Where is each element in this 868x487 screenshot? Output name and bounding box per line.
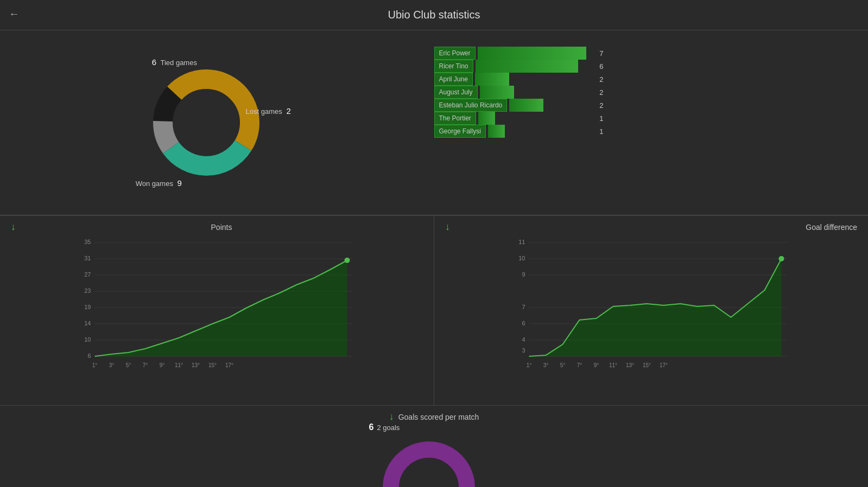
scorer-count: 2 (593, 88, 604, 97)
goals-per-match-chart: 6 2 goals 3 goals 1 (11, 428, 857, 487)
scorer-name-button[interactable]: Esteban Julio Ricardo (434, 99, 508, 112)
svg-text:10: 10 (84, 336, 91, 343)
scorer-bar (478, 112, 495, 125)
svg-text:11°: 11° (609, 362, 617, 368)
scorer-bar-container: Esteban Julio Ricardo (434, 99, 586, 112)
points-chart-title: Points (20, 223, 423, 232)
scorer-name-button[interactable]: April June (434, 73, 473, 86)
svg-text:6: 6 (522, 320, 525, 326)
goals-per-match-title-row: ↓ Goals scored per match (11, 411, 857, 422)
svg-text:23: 23 (84, 287, 91, 294)
svg-text:17°: 17° (660, 362, 668, 368)
svg-text:3°: 3° (543, 362, 549, 368)
svg-text:6: 6 (87, 353, 91, 359)
points-down-arrow[interactable]: ↓ (11, 221, 16, 233)
svg-text:31: 31 (84, 255, 91, 261)
charts-section: ↓ Points 35 31 27 23 19 14 10 6 (0, 215, 868, 405)
svg-point-47 (779, 256, 784, 261)
scorer-count: 1 (593, 127, 604, 136)
goal-diff-chart-svg: 11 10 9 7 6 4 3 1° (445, 236, 857, 377)
page-title: Ubio Club statistics (388, 9, 480, 21)
svg-text:9: 9 (522, 271, 525, 278)
svg-text:13°: 13° (626, 362, 634, 368)
goal-diff-chart-title: Goal difference (658, 223, 857, 232)
svg-text:7: 7 (522, 304, 525, 310)
scorer-name-button[interactable]: George Fallysi (434, 125, 486, 138)
scorer-bar (488, 125, 505, 138)
svg-text:3°: 3° (109, 362, 115, 368)
svg-text:14: 14 (84, 320, 91, 326)
scorer-count: 1 (593, 114, 604, 123)
svg-text:15°: 15° (208, 362, 217, 368)
svg-point-4 (174, 90, 239, 155)
top-section: 6 Tied games Lost games 2 Won games 9 (0, 30, 868, 215)
goal-diff-down-arrow[interactable]: ↓ (445, 221, 450, 233)
svg-text:5°: 5° (126, 362, 131, 368)
svg-text:17°: 17° (225, 362, 233, 368)
goal-diff-chart-area: 11 10 9 7 6 4 3 1° (445, 236, 857, 377)
scorer-bar-container: The Portier (434, 112, 586, 125)
2goals-label: 6 2 goals (369, 422, 400, 432)
scorer-bar (478, 47, 586, 60)
scorer-name-button[interactable]: Ricer Tino (434, 60, 473, 73)
svg-text:1°: 1° (527, 362, 532, 368)
donut-chart (152, 68, 261, 177)
scorer-bar-container: August July (434, 86, 586, 99)
goals-per-match-down-arrow[interactable]: ↓ (389, 411, 394, 422)
scorer-bar (476, 60, 578, 73)
points-chart-panel: ↓ Points 35 31 27 23 19 14 10 6 (0, 216, 434, 405)
points-chart-title-row: ↓ Points (11, 221, 423, 233)
lost-label: Lost games 2 (246, 106, 293, 116)
donut-section: 6 Tied games Lost games 2 Won games 9 (0, 30, 413, 215)
scorer-count: 2 (593, 75, 604, 84)
svg-marker-21 (95, 260, 347, 356)
svg-text:10: 10 (518, 255, 525, 261)
back-button[interactable]: ← (9, 8, 20, 20)
goal-diff-chart-panel: ↓ Goal difference 11 10 9 7 6 4 3 (434, 216, 868, 405)
scorer-name-button[interactable]: The Portier (434, 112, 476, 125)
scorer-row: August July 2 (434, 86, 847, 99)
bottom-section: ↓ Goals scored per match 6 2 goals 3 goa… (0, 405, 868, 487)
scorer-bar (509, 99, 543, 112)
points-chart-area: 35 31 27 23 19 14 10 6 (11, 236, 423, 377)
scorer-bar-container: Eric Power (434, 47, 586, 60)
scorer-count: 7 (593, 49, 604, 57)
svg-text:5°: 5° (560, 362, 566, 368)
page-header: ← Ubio Club statistics (0, 0, 868, 30)
svg-text:19: 19 (84, 304, 91, 310)
svg-text:7°: 7° (577, 362, 582, 368)
goals-donut-svg (375, 433, 483, 487)
svg-text:27: 27 (84, 271, 91, 278)
svg-text:4: 4 (522, 336, 525, 343)
scorer-row: Ricer Tino 6 (434, 60, 847, 73)
scorer-row: April June 2 (434, 73, 847, 86)
svg-text:15°: 15° (643, 362, 651, 368)
goals-per-match-title: Goals scored per match (398, 413, 479, 421)
scorer-row: The Portier 1 (434, 112, 847, 125)
scorer-name-button[interactable]: Eric Power (434, 47, 476, 60)
svg-text:9°: 9° (160, 362, 165, 368)
scorer-count: 2 (593, 101, 604, 110)
scorer-bar-container: April June (434, 73, 586, 86)
svg-text:3: 3 (522, 347, 525, 354)
scorer-row: Eric Power 7 (434, 47, 847, 60)
scorer-bar (480, 86, 514, 99)
points-chart-svg: 35 31 27 23 19 14 10 6 (11, 236, 423, 377)
svg-text:13°: 13° (192, 362, 200, 368)
won-label: Won games 9 (136, 178, 184, 188)
svg-text:1°: 1° (92, 362, 98, 368)
scorer-row: George Fallysi 1 (434, 125, 847, 138)
scorer-name-button[interactable]: August July (434, 86, 478, 99)
svg-text:11: 11 (518, 239, 525, 245)
goal-diff-title-row: ↓ Goal difference (445, 221, 857, 233)
svg-text:9°: 9° (594, 362, 599, 368)
tied-label: 6 Tied games (152, 57, 197, 67)
svg-text:7°: 7° (143, 362, 148, 368)
svg-point-22 (345, 258, 350, 263)
scorer-bar-container: George Fallysi (434, 125, 586, 138)
scorer-row: Esteban Julio Ricardo 2 (434, 99, 847, 112)
scorer-bar-container: Ricer Tino (434, 60, 586, 73)
svg-text:35: 35 (84, 239, 91, 245)
scorer-bar (475, 73, 509, 86)
scorer-count: 6 (593, 62, 604, 71)
